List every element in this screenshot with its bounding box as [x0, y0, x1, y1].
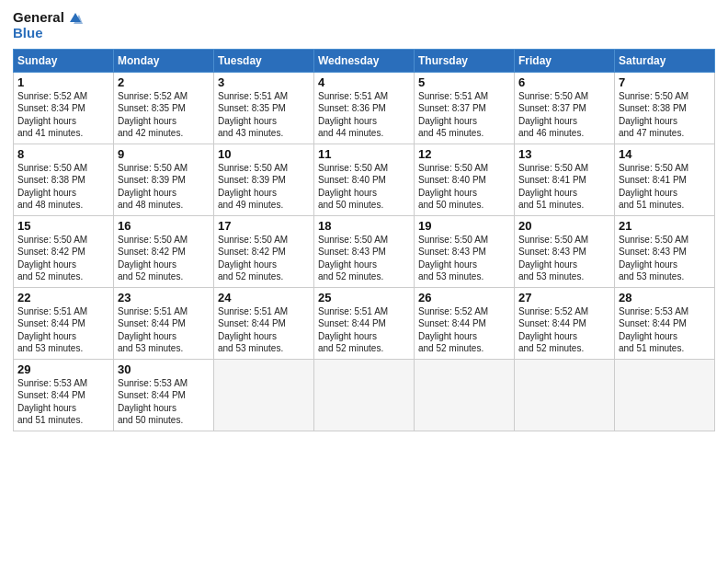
calendar-cell: 21 Sunrise: 5:50 AM Sunset: 8:43 PM Dayl… [615, 215, 715, 287]
day-number: 30 [118, 362, 210, 376]
calendar-table: SundayMondayTuesdayWednesdayThursdayFrid… [13, 49, 715, 431]
day-of-week-header: Sunday [14, 49, 114, 72]
calendar-cell: 1 Sunrise: 5:52 AM Sunset: 8:34 PM Dayli… [14, 72, 114, 144]
calendar-cell [415, 359, 515, 431]
day-number: 20 [518, 219, 610, 233]
day-number: 25 [318, 291, 410, 304]
day-info: Sunrise: 5:51 AM Sunset: 8:37 PM Dayligh… [418, 90, 510, 140]
logo-arrow-icon [66, 9, 83, 26]
day-of-week-header: Tuesday [214, 49, 314, 72]
day-info: Sunrise: 5:50 AM Sunset: 8:40 PM Dayligh… [318, 162, 410, 212]
day-of-week-header: Friday [515, 49, 615, 72]
day-number: 16 [118, 219, 210, 233]
calendar-page: General Blue SundayMondayTuesdayWednesda… [0, 0, 728, 563]
calendar-cell [314, 359, 415, 431]
calendar-cell: 22 Sunrise: 5:51 AM Sunset: 8:44 PM Dayl… [14, 287, 114, 359]
calendar-cell: 10 Sunrise: 5:50 AM Sunset: 8:39 PM Dayl… [214, 144, 314, 215]
logo-general: General [13, 10, 64, 26]
day-info: Sunrise: 5:52 AM Sunset: 8:34 PM Dayligh… [17, 90, 109, 140]
calendar-cell: 4 Sunrise: 5:51 AM Sunset: 8:36 PM Dayli… [314, 72, 415, 144]
day-info: Sunrise: 5:52 AM Sunset: 8:44 PM Dayligh… [518, 305, 610, 355]
day-number: 3 [218, 75, 310, 89]
day-of-week-header: Wednesday [314, 49, 415, 72]
day-info: Sunrise: 5:50 AM Sunset: 8:43 PM Dayligh… [318, 234, 410, 283]
day-number: 18 [318, 219, 410, 233]
day-number: 22 [17, 291, 109, 304]
day-number: 7 [619, 75, 711, 89]
day-info: Sunrise: 5:51 AM Sunset: 8:44 PM Dayligh… [218, 305, 310, 355]
day-number: 24 [218, 291, 310, 304]
calendar-cell: 28 Sunrise: 5:53 AM Sunset: 8:44 PM Dayl… [615, 287, 715, 359]
day-of-week-header: Monday [114, 49, 214, 72]
day-number: 28 [619, 291, 711, 304]
calendar-cell: 27 Sunrise: 5:52 AM Sunset: 8:44 PM Dayl… [515, 287, 615, 359]
day-info: Sunrise: 5:50 AM Sunset: 8:43 PM Dayligh… [619, 234, 711, 283]
calendar-week-row: 22 Sunrise: 5:51 AM Sunset: 8:44 PM Dayl… [14, 287, 715, 359]
calendar-cell: 12 Sunrise: 5:50 AM Sunset: 8:40 PM Dayl… [415, 144, 515, 215]
day-number: 23 [118, 291, 210, 304]
day-number: 5 [418, 75, 510, 89]
calendar-cell: 2 Sunrise: 5:52 AM Sunset: 8:35 PM Dayli… [114, 72, 214, 144]
calendar-week-row: 1 Sunrise: 5:52 AM Sunset: 8:34 PM Dayli… [14, 72, 715, 144]
calendar-cell: 24 Sunrise: 5:51 AM Sunset: 8:44 PM Dayl… [214, 287, 314, 359]
logo-blue: Blue [13, 26, 43, 41]
calendar-week-row: 29 Sunrise: 5:53 AM Sunset: 8:44 PM Dayl… [14, 359, 715, 431]
logo: General Blue [13, 9, 83, 41]
calendar-cell: 8 Sunrise: 5:50 AM Sunset: 8:38 PM Dayli… [14, 144, 114, 215]
day-number: 21 [619, 219, 711, 233]
day-info: Sunrise: 5:51 AM Sunset: 8:35 PM Dayligh… [218, 90, 310, 140]
day-info: Sunrise: 5:50 AM Sunset: 8:43 PM Dayligh… [418, 234, 510, 283]
day-of-week-header: Saturday [615, 49, 715, 72]
header: General Blue [13, 9, 715, 41]
day-number: 10 [218, 147, 310, 161]
day-number: 26 [418, 291, 510, 304]
day-info: Sunrise: 5:50 AM Sunset: 8:38 PM Dayligh… [619, 90, 711, 140]
day-info: Sunrise: 5:51 AM Sunset: 8:36 PM Dayligh… [318, 90, 410, 140]
day-info: Sunrise: 5:50 AM Sunset: 8:41 PM Dayligh… [518, 162, 610, 212]
calendar-cell: 17 Sunrise: 5:50 AM Sunset: 8:42 PM Dayl… [214, 215, 314, 287]
day-number: 6 [518, 75, 610, 89]
day-info: Sunrise: 5:50 AM Sunset: 8:37 PM Dayligh… [518, 90, 610, 140]
calendar-cell: 19 Sunrise: 5:50 AM Sunset: 8:43 PM Dayl… [415, 215, 515, 287]
calendar-cell: 15 Sunrise: 5:50 AM Sunset: 8:42 PM Dayl… [14, 215, 114, 287]
day-header-row: SundayMondayTuesdayWednesdayThursdayFrid… [14, 49, 715, 72]
calendar-cell: 14 Sunrise: 5:50 AM Sunset: 8:41 PM Dayl… [615, 144, 715, 215]
calendar-week-row: 8 Sunrise: 5:50 AM Sunset: 8:38 PM Dayli… [14, 144, 715, 215]
day-info: Sunrise: 5:50 AM Sunset: 8:38 PM Dayligh… [17, 162, 109, 212]
day-info: Sunrise: 5:50 AM Sunset: 8:39 PM Dayligh… [118, 162, 210, 212]
day-info: Sunrise: 5:52 AM Sunset: 8:35 PM Dayligh… [118, 90, 210, 140]
calendar-body: 1 Sunrise: 5:52 AM Sunset: 8:34 PM Dayli… [14, 72, 715, 431]
calendar-cell: 3 Sunrise: 5:51 AM Sunset: 8:35 PM Dayli… [214, 72, 314, 144]
day-info: Sunrise: 5:53 AM Sunset: 8:44 PM Dayligh… [619, 305, 711, 355]
calendar-cell: 13 Sunrise: 5:50 AM Sunset: 8:41 PM Dayl… [515, 144, 615, 215]
calendar-cell [515, 359, 615, 431]
calendar-cell: 25 Sunrise: 5:51 AM Sunset: 8:44 PM Dayl… [314, 287, 415, 359]
day-number: 9 [118, 147, 210, 161]
day-info: Sunrise: 5:50 AM Sunset: 8:42 PM Dayligh… [118, 234, 210, 283]
calendar-cell: 7 Sunrise: 5:50 AM Sunset: 8:38 PM Dayli… [615, 72, 715, 144]
day-number: 2 [118, 75, 210, 89]
day-info: Sunrise: 5:53 AM Sunset: 8:44 PM Dayligh… [118, 377, 210, 427]
day-number: 27 [518, 291, 610, 304]
calendar-cell: 23 Sunrise: 5:51 AM Sunset: 8:44 PM Dayl… [114, 287, 214, 359]
day-number: 12 [418, 147, 510, 161]
day-info: Sunrise: 5:50 AM Sunset: 8:42 PM Dayligh… [17, 234, 109, 283]
day-number: 4 [318, 75, 410, 89]
day-info: Sunrise: 5:52 AM Sunset: 8:44 PM Dayligh… [418, 305, 510, 355]
day-number: 15 [17, 219, 109, 233]
calendar-cell: 6 Sunrise: 5:50 AM Sunset: 8:37 PM Dayli… [515, 72, 615, 144]
calendar-cell: 5 Sunrise: 5:51 AM Sunset: 8:37 PM Dayli… [415, 72, 515, 144]
calendar-cell: 18 Sunrise: 5:50 AM Sunset: 8:43 PM Dayl… [314, 215, 415, 287]
calendar-cell [615, 359, 715, 431]
calendar-cell: 9 Sunrise: 5:50 AM Sunset: 8:39 PM Dayli… [114, 144, 214, 215]
day-info: Sunrise: 5:50 AM Sunset: 8:41 PM Dayligh… [619, 162, 711, 212]
day-info: Sunrise: 5:50 AM Sunset: 8:43 PM Dayligh… [518, 234, 610, 283]
calendar-cell: 20 Sunrise: 5:50 AM Sunset: 8:43 PM Dayl… [515, 215, 615, 287]
day-info: Sunrise: 5:53 AM Sunset: 8:44 PM Dayligh… [17, 377, 109, 427]
calendar-cell: 16 Sunrise: 5:50 AM Sunset: 8:42 PM Dayl… [114, 215, 214, 287]
calendar-cell: 11 Sunrise: 5:50 AM Sunset: 8:40 PM Dayl… [314, 144, 415, 215]
calendar-cell: 26 Sunrise: 5:52 AM Sunset: 8:44 PM Dayl… [415, 287, 515, 359]
calendar-cell: 29 Sunrise: 5:53 AM Sunset: 8:44 PM Dayl… [14, 359, 114, 431]
day-info: Sunrise: 5:51 AM Sunset: 8:44 PM Dayligh… [318, 305, 410, 355]
day-info: Sunrise: 5:51 AM Sunset: 8:44 PM Dayligh… [17, 305, 109, 355]
